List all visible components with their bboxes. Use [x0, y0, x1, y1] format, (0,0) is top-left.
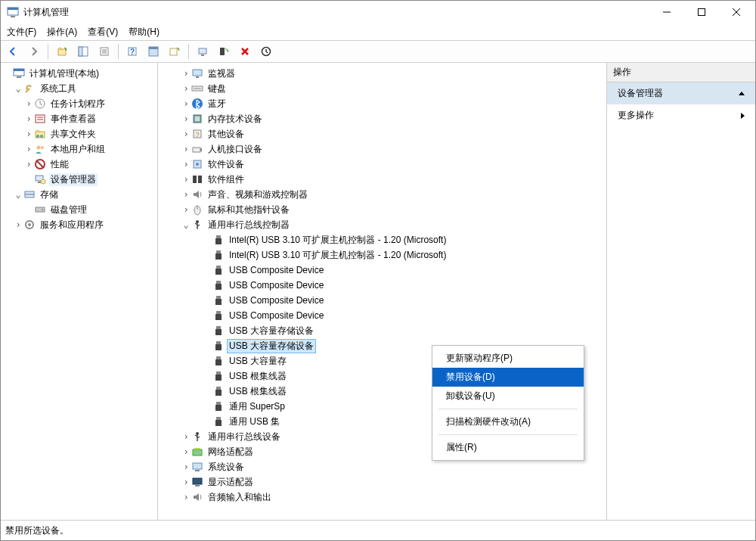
expand-icon[interactable]: › — [23, 114, 34, 123]
category-monitor[interactable]: ›监视器 — [160, 66, 605, 81]
svg-rect-49 — [196, 76, 199, 78]
tree-disk-management[interactable]: 磁盘管理 — [49, 204, 88, 216]
back-button[interactable] — [4, 42, 22, 61]
up-button[interactable] — [53, 42, 71, 61]
menu-view[interactable]: 查看(V) — [88, 26, 118, 39]
enable-device-button[interactable] — [215, 42, 233, 61]
properties-toolbar-button[interactable] — [95, 42, 113, 61]
usb-device-3[interactable]: ›USB Composite Device — [160, 278, 605, 293]
expand-icon[interactable]: ⌄ — [13, 190, 23, 199]
tree-system-tools[interactable]: 系统工具 — [39, 82, 78, 95]
expand-icon[interactable]: › — [181, 447, 191, 456]
scan-hardware-button[interactable] — [194, 42, 212, 61]
expand-icon[interactable]: ⌄ — [13, 84, 23, 93]
computer-icon — [13, 67, 25, 79]
expand-icon[interactable]: › — [13, 220, 23, 229]
svg-rect-21 — [220, 48, 225, 55]
tree-device-manager[interactable]: 设备管理器 — [49, 173, 98, 186]
ctx-disable-device[interactable]: 禁用设备(D) — [432, 368, 584, 387]
expand-icon[interactable]: › — [181, 129, 191, 138]
expand-icon[interactable]: › — [181, 477, 191, 487]
expand-icon[interactable]: › — [181, 114, 191, 123]
minimize-button[interactable] — [649, 1, 684, 23]
usb-icon — [191, 219, 203, 231]
expand-icon[interactable]: › — [181, 190, 191, 199]
menu-help[interactable]: 帮助(H) — [129, 26, 160, 39]
close-button[interactable] — [719, 1, 754, 23]
ctx-properties[interactable]: 属性(R) — [432, 438, 584, 457]
expand-icon[interactable]: › — [181, 84, 191, 93]
usb-device-4[interactable]: ›USB Composite Device — [160, 293, 605, 308]
category-other[interactable]: ›?其他设备 — [160, 126, 605, 141]
usb-device-2[interactable]: ›USB Composite Device — [160, 263, 605, 278]
expand-icon[interactable]: › — [181, 160, 191, 169]
svg-rect-97 — [193, 463, 202, 469]
category-hid[interactable]: ›人机接口设备 — [160, 141, 605, 157]
category-memory[interactable]: ›内存技术设备 — [160, 111, 605, 126]
toolbar-button-7[interactable] — [166, 42, 184, 61]
category-system[interactable]: ›系统设备 — [160, 459, 605, 474]
svg-rect-99 — [193, 478, 202, 484]
usb-device-6[interactable]: ›USB 大容量存储设备 — [160, 323, 605, 338]
uninstall-device-button[interactable] — [257, 42, 275, 61]
expand-icon[interactable]: › — [181, 432, 191, 441]
expand-icon[interactable]: › — [23, 99, 34, 108]
tree-event-viewer[interactable]: 事件查看器 — [49, 113, 98, 126]
event-viewer-icon — [34, 113, 46, 125]
disable-device-button[interactable] — [236, 42, 254, 61]
category-mouse[interactable]: ›鼠标和其他指针设备 — [160, 202, 605, 217]
usbdev-icon — [212, 355, 225, 367]
menu-file[interactable]: 文件(F) — [7, 26, 36, 39]
category-keyboard[interactable]: ›键盘 — [160, 81, 605, 96]
ctx-scan-hardware[interactable]: 扫描检测硬件改动(A) — [432, 412, 584, 431]
ctx-update-driver[interactable]: 更新驱动程序(P) — [432, 349, 584, 368]
actions-more[interactable]: 更多操作 — [607, 104, 755, 126]
svg-rect-87 — [216, 387, 221, 390]
expand-icon[interactable]: › — [181, 205, 191, 214]
window-title: 计算机管理 — [23, 6, 69, 19]
expand-icon[interactable]: › — [23, 160, 34, 169]
usb-device-1[interactable]: ›Intel(R) USB 3.10 可扩展主机控制器 - 1.20 (Micr… — [160, 247, 605, 263]
category-display[interactable]: ›显示适配器 — [160, 474, 605, 490]
expand-icon[interactable]: › — [181, 99, 191, 108]
maximize-button[interactable] — [684, 1, 719, 23]
category-components[interactable]: ›软件组件 — [160, 172, 605, 187]
category-bluetooth[interactable]: ›蓝牙 — [160, 96, 605, 111]
ctx-uninstall-device[interactable]: 卸载设备(U) — [432, 387, 584, 406]
usb-device-5[interactable]: ›USB Composite Device — [160, 308, 605, 323]
menu-action[interactable]: 操作(A) — [47, 26, 77, 39]
expand-icon[interactable]: › — [23, 145, 34, 154]
tree-local-users[interactable]: 本地用户和组 — [49, 143, 107, 156]
status-text: 禁用所选设备。 — [5, 524, 69, 537]
actions-header: 操作 — [607, 63, 755, 82]
category-audio-io[interactable]: ›音频输入和输出 — [160, 490, 605, 505]
tree-shared-folders[interactable]: 共享文件夹 — [49, 128, 98, 141]
forward-button[interactable] — [25, 42, 43, 61]
device-tree[interactable]: ›监视器›键盘›蓝牙›内存技术设备›?其他设备›人机接口设备›软件设备›软件组件… — [158, 63, 607, 520]
left-tree[interactable]: ›计算机管理(本地) ⌄系统工具 ›任务计划程序 ›事件查看器 ›共享文件夹 ›… — [1, 63, 158, 520]
tree-task-scheduler[interactable]: 任务计划程序 — [49, 98, 107, 110]
expand-icon[interactable]: › — [181, 69, 191, 78]
category-software[interactable]: ›软件设备 — [160, 157, 605, 172]
category-usb-controllers[interactable]: ⌄通用串行总线控制器 — [160, 217, 605, 232]
expand-icon[interactable]: ⌄ — [181, 220, 191, 229]
tree-performance[interactable]: 性能 — [49, 158, 70, 171]
toolbar-button-6[interactable] — [144, 42, 163, 61]
expand-icon[interactable]: › — [181, 493, 191, 502]
tree-services-apps[interactable]: 服务和应用程序 — [39, 219, 105, 232]
help-button[interactable]: ? — [123, 42, 141, 61]
expand-icon[interactable]: › — [181, 175, 191, 184]
usb-device-0[interactable]: ›Intel(R) USB 3.10 可扩展主机控制器 - 1.20 (Micr… — [160, 232, 605, 247]
svg-rect-17 — [149, 47, 158, 49]
expand-icon[interactable]: › — [181, 462, 191, 471]
svg-rect-70 — [215, 253, 222, 260]
expand-icon[interactable]: › — [23, 129, 34, 138]
usbdev-icon — [212, 294, 225, 306]
expand-icon[interactable]: › — [181, 145, 191, 154]
show-hide-tree-button[interactable] — [74, 42, 92, 61]
svg-rect-90 — [215, 405, 222, 411]
actions-device-manager[interactable]: 设备管理器 — [607, 82, 755, 104]
tree-storage[interactable]: 存储 — [39, 188, 60, 201]
category-audio-game[interactable]: ›声音、视频和游戏控制器 — [160, 187, 605, 202]
tree-root[interactable]: 计算机管理(本地) — [28, 67, 101, 80]
